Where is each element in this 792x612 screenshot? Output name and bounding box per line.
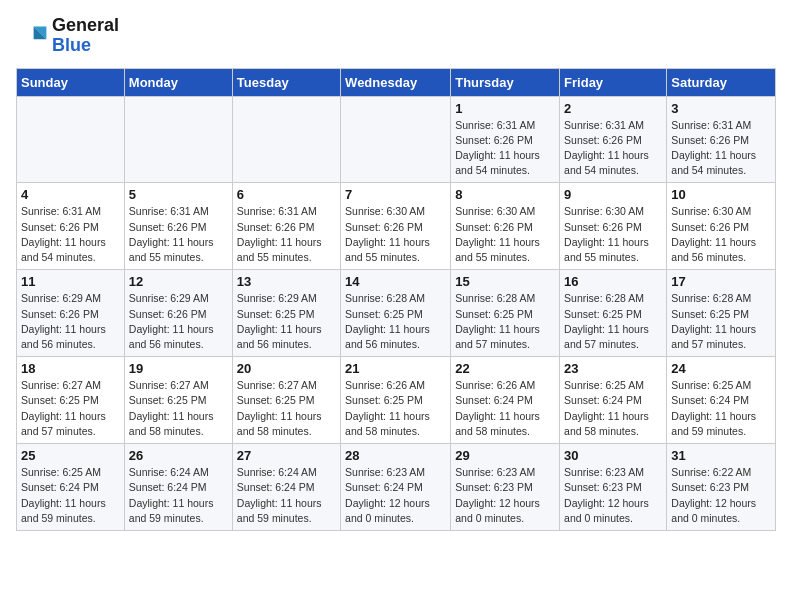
calendar-cell: 31Sunrise: 6:22 AMSunset: 6:23 PMDayligh… xyxy=(667,444,776,531)
day-info: Sunrise: 6:31 AMSunset: 6:26 PMDaylight:… xyxy=(21,204,120,265)
day-number: 18 xyxy=(21,361,120,376)
calendar-cell: 7Sunrise: 6:30 AMSunset: 6:26 PMDaylight… xyxy=(341,183,451,270)
day-info: Sunrise: 6:25 AMSunset: 6:24 PMDaylight:… xyxy=(564,378,662,439)
day-info: Sunrise: 6:22 AMSunset: 6:23 PMDaylight:… xyxy=(671,465,771,526)
day-number: 13 xyxy=(237,274,336,289)
calendar-cell: 26Sunrise: 6:24 AMSunset: 6:24 PMDayligh… xyxy=(124,444,232,531)
day-info: Sunrise: 6:28 AMSunset: 6:25 PMDaylight:… xyxy=(455,291,555,352)
day-number: 8 xyxy=(455,187,555,202)
calendar-cell: 30Sunrise: 6:23 AMSunset: 6:23 PMDayligh… xyxy=(560,444,667,531)
calendar-cell: 15Sunrise: 6:28 AMSunset: 6:25 PMDayligh… xyxy=(451,270,560,357)
day-info: Sunrise: 6:31 AMSunset: 6:26 PMDaylight:… xyxy=(455,118,555,179)
day-number: 27 xyxy=(237,448,336,463)
day-info: Sunrise: 6:28 AMSunset: 6:25 PMDaylight:… xyxy=(671,291,771,352)
calendar-cell: 29Sunrise: 6:23 AMSunset: 6:23 PMDayligh… xyxy=(451,444,560,531)
calendar-cell: 19Sunrise: 6:27 AMSunset: 6:25 PMDayligh… xyxy=(124,357,232,444)
day-number: 25 xyxy=(21,448,120,463)
day-number: 31 xyxy=(671,448,771,463)
day-number: 6 xyxy=(237,187,336,202)
calendar-header-row: SundayMondayTuesdayWednesdayThursdayFrid… xyxy=(17,68,776,96)
logo-blue: Blue xyxy=(52,36,119,56)
logo-icon xyxy=(16,20,48,52)
col-header-monday: Monday xyxy=(124,68,232,96)
col-header-friday: Friday xyxy=(560,68,667,96)
day-number: 21 xyxy=(345,361,446,376)
calendar-cell: 24Sunrise: 6:25 AMSunset: 6:24 PMDayligh… xyxy=(667,357,776,444)
day-info: Sunrise: 6:29 AMSunset: 6:26 PMDaylight:… xyxy=(129,291,228,352)
calendar-cell: 4Sunrise: 6:31 AMSunset: 6:26 PMDaylight… xyxy=(17,183,125,270)
day-number: 20 xyxy=(237,361,336,376)
day-info: Sunrise: 6:31 AMSunset: 6:26 PMDaylight:… xyxy=(671,118,771,179)
calendar-cell: 8Sunrise: 6:30 AMSunset: 6:26 PMDaylight… xyxy=(451,183,560,270)
day-info: Sunrise: 6:31 AMSunset: 6:26 PMDaylight:… xyxy=(237,204,336,265)
calendar-cell: 6Sunrise: 6:31 AMSunset: 6:26 PMDaylight… xyxy=(232,183,340,270)
day-number: 4 xyxy=(21,187,120,202)
day-number: 2 xyxy=(564,101,662,116)
week-row-1: 1Sunrise: 6:31 AMSunset: 6:26 PMDaylight… xyxy=(17,96,776,183)
week-row-5: 25Sunrise: 6:25 AMSunset: 6:24 PMDayligh… xyxy=(17,444,776,531)
day-info: Sunrise: 6:23 AMSunset: 6:24 PMDaylight:… xyxy=(345,465,446,526)
day-number: 23 xyxy=(564,361,662,376)
calendar-cell xyxy=(341,96,451,183)
day-number: 28 xyxy=(345,448,446,463)
logo-general: General xyxy=(52,16,119,36)
day-number: 14 xyxy=(345,274,446,289)
calendar-cell: 9Sunrise: 6:30 AMSunset: 6:26 PMDaylight… xyxy=(560,183,667,270)
calendar-cell: 5Sunrise: 6:31 AMSunset: 6:26 PMDaylight… xyxy=(124,183,232,270)
day-number: 26 xyxy=(129,448,228,463)
day-number: 19 xyxy=(129,361,228,376)
day-number: 22 xyxy=(455,361,555,376)
day-number: 11 xyxy=(21,274,120,289)
col-header-tuesday: Tuesday xyxy=(232,68,340,96)
logo: General Blue xyxy=(16,16,119,56)
calendar-cell: 25Sunrise: 6:25 AMSunset: 6:24 PMDayligh… xyxy=(17,444,125,531)
day-info: Sunrise: 6:24 AMSunset: 6:24 PMDaylight:… xyxy=(129,465,228,526)
day-number: 10 xyxy=(671,187,771,202)
calendar-cell: 10Sunrise: 6:30 AMSunset: 6:26 PMDayligh… xyxy=(667,183,776,270)
day-info: Sunrise: 6:30 AMSunset: 6:26 PMDaylight:… xyxy=(564,204,662,265)
week-row-4: 18Sunrise: 6:27 AMSunset: 6:25 PMDayligh… xyxy=(17,357,776,444)
calendar-cell: 1Sunrise: 6:31 AMSunset: 6:26 PMDaylight… xyxy=(451,96,560,183)
day-info: Sunrise: 6:26 AMSunset: 6:24 PMDaylight:… xyxy=(455,378,555,439)
calendar-cell: 3Sunrise: 6:31 AMSunset: 6:26 PMDaylight… xyxy=(667,96,776,183)
day-info: Sunrise: 6:31 AMSunset: 6:26 PMDaylight:… xyxy=(564,118,662,179)
calendar-cell: 13Sunrise: 6:29 AMSunset: 6:25 PMDayligh… xyxy=(232,270,340,357)
day-info: Sunrise: 6:28 AMSunset: 6:25 PMDaylight:… xyxy=(345,291,446,352)
day-number: 30 xyxy=(564,448,662,463)
day-info: Sunrise: 6:23 AMSunset: 6:23 PMDaylight:… xyxy=(455,465,555,526)
page-header: General Blue xyxy=(16,16,776,56)
calendar-cell: 2Sunrise: 6:31 AMSunset: 6:26 PMDaylight… xyxy=(560,96,667,183)
day-info: Sunrise: 6:25 AMSunset: 6:24 PMDaylight:… xyxy=(671,378,771,439)
week-row-3: 11Sunrise: 6:29 AMSunset: 6:26 PMDayligh… xyxy=(17,270,776,357)
col-header-sunday: Sunday xyxy=(17,68,125,96)
day-number: 3 xyxy=(671,101,771,116)
day-info: Sunrise: 6:27 AMSunset: 6:25 PMDaylight:… xyxy=(237,378,336,439)
day-info: Sunrise: 6:30 AMSunset: 6:26 PMDaylight:… xyxy=(455,204,555,265)
calendar-cell: 23Sunrise: 6:25 AMSunset: 6:24 PMDayligh… xyxy=(560,357,667,444)
day-number: 17 xyxy=(671,274,771,289)
day-number: 15 xyxy=(455,274,555,289)
calendar-cell: 27Sunrise: 6:24 AMSunset: 6:24 PMDayligh… xyxy=(232,444,340,531)
calendar-cell xyxy=(124,96,232,183)
day-info: Sunrise: 6:26 AMSunset: 6:25 PMDaylight:… xyxy=(345,378,446,439)
day-number: 9 xyxy=(564,187,662,202)
day-number: 29 xyxy=(455,448,555,463)
calendar-cell: 12Sunrise: 6:29 AMSunset: 6:26 PMDayligh… xyxy=(124,270,232,357)
day-number: 7 xyxy=(345,187,446,202)
calendar-cell: 16Sunrise: 6:28 AMSunset: 6:25 PMDayligh… xyxy=(560,270,667,357)
day-info: Sunrise: 6:30 AMSunset: 6:26 PMDaylight:… xyxy=(345,204,446,265)
day-number: 24 xyxy=(671,361,771,376)
day-info: Sunrise: 6:29 AMSunset: 6:25 PMDaylight:… xyxy=(237,291,336,352)
calendar-cell: 17Sunrise: 6:28 AMSunset: 6:25 PMDayligh… xyxy=(667,270,776,357)
day-info: Sunrise: 6:27 AMSunset: 6:25 PMDaylight:… xyxy=(21,378,120,439)
day-number: 1 xyxy=(455,101,555,116)
calendar-cell: 20Sunrise: 6:27 AMSunset: 6:25 PMDayligh… xyxy=(232,357,340,444)
calendar-cell: 22Sunrise: 6:26 AMSunset: 6:24 PMDayligh… xyxy=(451,357,560,444)
day-number: 5 xyxy=(129,187,228,202)
day-info: Sunrise: 6:31 AMSunset: 6:26 PMDaylight:… xyxy=(129,204,228,265)
day-info: Sunrise: 6:27 AMSunset: 6:25 PMDaylight:… xyxy=(129,378,228,439)
calendar-cell xyxy=(17,96,125,183)
calendar-cell: 11Sunrise: 6:29 AMSunset: 6:26 PMDayligh… xyxy=(17,270,125,357)
week-row-2: 4Sunrise: 6:31 AMSunset: 6:26 PMDaylight… xyxy=(17,183,776,270)
calendar-cell: 21Sunrise: 6:26 AMSunset: 6:25 PMDayligh… xyxy=(341,357,451,444)
